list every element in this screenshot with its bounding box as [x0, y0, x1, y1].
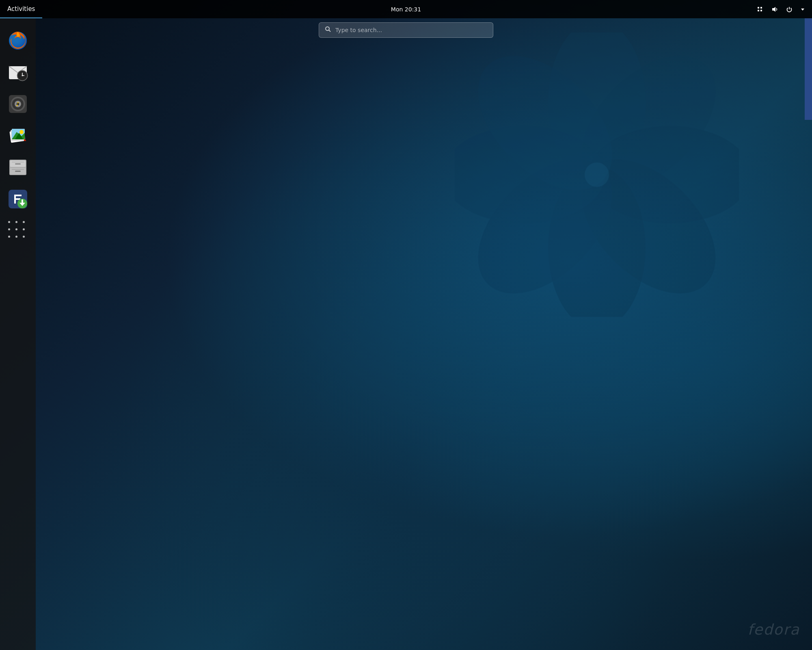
svg-point-24	[22, 75, 23, 76]
svg-line-16	[329, 30, 330, 32]
fedora-installer-icon	[7, 188, 29, 210]
search-box	[319, 22, 493, 38]
topbar-left: Activities	[0, 0, 42, 18]
dock-item-app-grid[interactable]	[4, 217, 32, 245]
svg-point-37	[19, 130, 24, 134]
app-grid-icon	[8, 221, 28, 240]
svg-rect-11	[758, 10, 759, 11]
system-menu-arrow[interactable]	[798, 6, 807, 13]
volume-icon[interactable]	[769, 5, 780, 14]
power-icon[interactable]	[784, 5, 795, 14]
svg-rect-10	[760, 7, 762, 9]
svg-rect-42	[15, 163, 21, 165]
topbar-right	[754, 5, 812, 14]
svg-marker-13	[772, 7, 775, 12]
search-container	[319, 22, 493, 38]
workspace-switcher[interactable]	[805, 18, 812, 120]
file-manager-icon	[7, 156, 29, 178]
topbar-clock: Mon 20:31	[391, 6, 421, 13]
fedora-watermark: fedora	[747, 621, 800, 638]
sound-juicer-icon: ♪	[7, 93, 29, 115]
dock-item-file-manager[interactable]	[4, 153, 32, 182]
network-icon[interactable]	[754, 5, 766, 14]
svg-rect-43	[15, 171, 21, 172]
dock-item-firefox[interactable]	[4, 26, 32, 55]
dock-item-fedora-installer[interactable]	[4, 185, 32, 213]
topbar: Activities Mon 20:31	[0, 0, 812, 18]
photos-icon	[7, 125, 29, 147]
clock-icon	[7, 61, 29, 83]
svg-rect-12	[760, 10, 762, 11]
dock-item-clock[interactable]	[4, 58, 32, 87]
svg-point-8	[585, 162, 609, 187]
search-icon	[325, 26, 331, 34]
search-input[interactable]	[335, 27, 487, 33]
dock: ♪	[0, 18, 36, 650]
firefox-icon	[7, 30, 29, 52]
dock-item-photos[interactable]	[4, 121, 32, 150]
svg-rect-9	[758, 7, 759, 9]
dock-item-sound-juicer[interactable]: ♪	[4, 90, 32, 118]
svg-marker-14	[801, 9, 804, 11]
svg-point-15	[326, 27, 329, 30]
svg-rect-49	[22, 199, 23, 203]
svg-text:♪: ♪	[16, 101, 19, 107]
desktop-decoration	[455, 32, 739, 317]
activities-button[interactable]: Activities	[0, 0, 42, 18]
